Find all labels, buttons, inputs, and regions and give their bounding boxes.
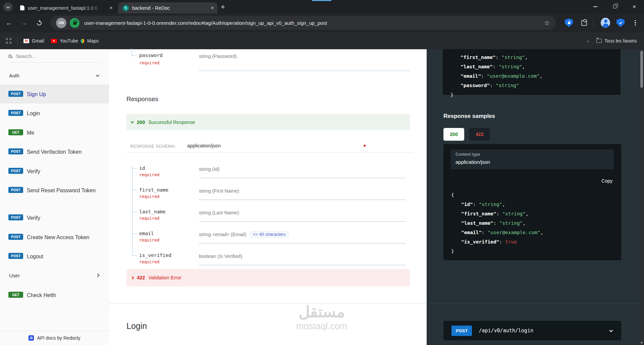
endpoint-path: /api/v0/auth/login [479,328,610,334]
all-favorites-label: Tous les favoris [604,38,637,44]
scroll-down-arrow[interactable] [640,342,643,344]
field-type: string (Last Name) [199,210,239,215]
content-type-dropdown[interactable]: Content type application/json [451,149,614,169]
reload-button[interactable] [34,13,45,32]
close-window-button[interactable]: × [625,0,644,13]
field-type-cell: string (Last Name) [199,206,406,222]
lock-icon[interactable] [70,18,79,28]
watermark-arabic: مستقل [248,303,395,321]
field-type-cell: string (Id) [199,162,406,178]
sidebar-item-login[interactable]: POSTLogin [0,104,109,118]
close-icon[interactable]: × [211,5,214,11]
tree-connector [131,48,136,56]
response-code: 200 [137,120,145,125]
close-icon[interactable]: × [109,5,113,11]
sidebar-item-label: Login [27,109,40,118]
sidebar-item-sign-up[interactable]: POSTSign Up [0,84,109,104]
sidebar-item-logout[interactable]: POSTLogout [0,247,109,261]
scrollbar-thumb[interactable] [640,51,643,88]
tab-search-button[interactable] [3,2,13,12]
field-type-cell: string <email> (Email)<= 40 characters [199,228,406,244]
schema-field-row-email: emailrequiredstring <email> (Email)<= 40… [126,228,406,250]
restore-button[interactable] [605,0,625,13]
schema-field-row-first_name: first_namerequiredstring (First Name) [126,184,406,206]
method-badge: POST [8,91,23,97]
response-samples-title: Response samples [443,113,495,120]
field-name: first_name [139,187,168,193]
tab-backend-redoc[interactable]: ϟ backend - ReDoc × [118,2,217,13]
search-icon [8,55,12,58]
sidebar-item-check-helth[interactable]: GETCheck Helth [0,285,109,300]
security-check-shield-icon[interactable] [616,18,625,27]
profile-avatar[interactable] [601,18,610,27]
sidebar-item-verify[interactable]: POSTVerify [0,208,109,222]
tab-favicon [20,5,24,10]
code-line: "password": "string" [443,81,621,90]
search-input[interactable] [16,53,83,59]
method-badge: GET [8,129,23,135]
vpn-shield-extension-icon[interactable] [564,18,574,27]
page-scrollbar[interactable] [639,49,644,345]
all-favorites-button[interactable]: Tous les favoris [596,32,637,49]
vpn-extension-badge[interactable]: V/N [56,18,66,28]
schema-field-row-is_verified: is_verifiedrequiredboolean (Is Verified) [126,250,406,271]
sidebar-item-create-new-access-token[interactable]: POSTCreate New Access Token [0,227,109,242]
bookmark-gmail[interactable]: M Gmail [23,32,44,49]
response-sample-code: {"id": "string","first_name": "string","… [443,190,621,256]
watermark-latin: mostaql.com [248,321,395,332]
sidebar-item-label: Logout [27,252,43,261]
fastapi-favicon: ϟ [123,5,129,11]
response-sample-tab-422[interactable]: 422 [469,128,490,141]
bookmark-star-icon[interactable]: ☆ [544,19,550,27]
browser-menu-icon[interactable] [631,18,640,27]
redocly-logo: R [29,335,34,341]
response-200-row[interactable]: 200 Successful Response [126,114,410,130]
copy-button[interactable]: Copy [601,178,612,184]
chevron-down-icon [609,328,613,332]
response-schema-type[interactable]: application/json [187,143,221,148]
sidebar-section-auth[interactable]: Auth [0,66,109,85]
method-badge: POST [8,214,23,220]
field-type: string (Id) [199,166,219,172]
address-bar[interactable]: V/N user-management-fastapi-1-0-0.onrend… [50,16,556,30]
tab-title: backend - ReDoc [132,5,207,11]
apps-grid-icon[interactable] [6,32,11,49]
sidebar-section-user[interactable]: User [0,266,109,285]
bookmarks-overflow-chevrons[interactable]: » [587,32,589,49]
sidebar: AuthPOSTSign UpPOSTLoginGETMePOSTSend Ve… [0,49,109,345]
folder-icon [596,39,602,43]
notification-strip [312,0,331,1]
field-name-cell: idrequired [126,162,199,184]
bookmark-label: YouTube [60,38,78,44]
request-sample-code: "first_name": "string","last_name": "str… [443,49,621,95]
code-line: "first_name": "string", [443,53,621,62]
sidebar-item-label: Send Reset Password Token [27,186,96,195]
tab-bar: user_management_fastapi:1.0.0 × ϟ backen… [0,0,644,13]
response-sample-tab-200[interactable]: 200 [443,128,464,141]
url-text[interactable]: user-management-fastapi-1-0-0.onrender.c… [84,20,538,26]
login-endpoint-bar[interactable]: POST /api/v0/auth/login [443,321,621,340]
response-422-row[interactable]: 422 Validation Error [126,269,410,286]
code-line: "first_name": "string", [443,209,621,218]
chevron-right-icon [131,276,134,279]
forward-button[interactable]: → [18,13,30,32]
sidebar-item-verify[interactable]: POSTVerify [0,161,109,176]
schema-field-row-last_name: last_namerequiredstring (Last Name) [126,206,406,228]
extensions-puzzle-icon[interactable] [579,18,589,27]
redocly-link[interactable]: API docs by Redocly [37,335,80,341]
bookmark-youtube[interactable]: YouTube [51,32,78,49]
code-line: "last_name": "string", [443,218,621,228]
sidebar-item-send-reset-password-token[interactable]: POSTSend Reset Password Token [0,181,109,195]
new-tab-button[interactable]: + [221,3,225,11]
tab-user-management[interactable]: user_management_fastapi:1.0.0 × [15,2,116,13]
field-type: string <email> (Email) [199,232,246,237]
bookmark-maps[interactable]: Maps [80,32,99,49]
sidebar-item-me[interactable]: GETMe [0,123,109,137]
minimize-button[interactable] [586,0,605,13]
tab-title: user_management_fastapi:1.0.0 [28,5,106,11]
sidebar-item-send-verifaction-token[interactable]: POSTSend Verifaction Token [0,142,109,156]
maps-pin-icon [80,38,86,44]
field-required: required [139,172,199,177]
response-label: Successful Response [148,120,195,125]
back-button[interactable]: ← [3,13,15,32]
